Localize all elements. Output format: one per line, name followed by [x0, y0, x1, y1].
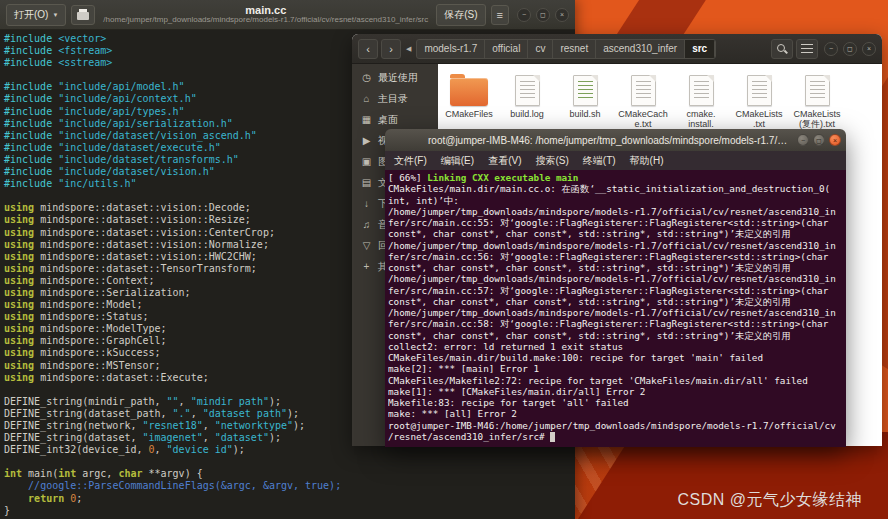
- terminal-menu-item[interactable]: 帮助(H): [630, 154, 664, 168]
- file-name-label: CMakeFiles: [445, 109, 493, 119]
- maximize-button[interactable]: ◻: [536, 8, 550, 22]
- editor-window-controls: − ◻ ×: [517, 8, 569, 22]
- sidebar-item-icon: +: [361, 261, 372, 272]
- terminal-line: fer/src/main.cc:58: 对‘google::FlagRegist…: [388, 318, 843, 329]
- forward-button[interactable]: ›: [381, 39, 401, 59]
- breadcrumb-item[interactable]: ascend310_infer: [596, 40, 685, 58]
- sidebar-item-icon: ◷: [361, 72, 372, 83]
- terminal-menu-item[interactable]: 编辑(E): [441, 154, 474, 168]
- minimize-button[interactable]: −: [517, 8, 531, 22]
- terminal-line: const*, char const*, char const*, std::s…: [388, 296, 843, 307]
- chevron-down-icon: ▼: [52, 12, 58, 18]
- terminal-line: collect2: error: ld returned 1 exit stat…: [388, 341, 843, 352]
- file-name-label: CMakeLists (复件).txt: [793, 109, 840, 129]
- terminal-line: fer/src/main.cc:57: 对‘google::FlagRegist…: [388, 285, 843, 296]
- file-item[interactable]: CMakeFiles: [440, 71, 498, 119]
- terminal-line: /resnet/ascend310_infer/src#: [388, 431, 843, 442]
- terminal-line: const*, char const*, char const*, std::s…: [388, 228, 843, 239]
- sidebar-item-icon: ♫: [361, 219, 372, 230]
- file-manager-headerbar: ‹ › ◀ models-r1.7officialcvresnetascend3…: [352, 34, 882, 64]
- file-name-label: build.sh: [569, 109, 600, 119]
- breadcrumb-item[interactable]: official: [485, 40, 528, 58]
- terminal-menu-item[interactable]: 搜索(S): [535, 154, 568, 168]
- fm-maximize-button[interactable]: ◻: [843, 42, 857, 56]
- terminal-close-button[interactable]: ×: [829, 134, 841, 146]
- sidebar-item-label: 最近使用: [378, 71, 418, 85]
- file-item[interactable]: build.sh: [556, 71, 614, 119]
- terminal-menu-item[interactable]: 文件(F): [394, 154, 427, 168]
- sidebar-item-icon: ▶: [361, 135, 372, 146]
- breadcrumb-item[interactable]: cv: [528, 40, 553, 58]
- terminal-line: const*, char const*, char const*, std::s…: [388, 330, 843, 341]
- breadcrumb-item[interactable]: models-r1.7: [417, 40, 485, 58]
- desktop: CSDN @元气少女缘结神 打开(O) ▼ main.cc /home/jump…: [0, 0, 888, 519]
- terminal-line: CMakeFiles/main.dir/main.cc.o: 在函数‘__sta…: [388, 183, 843, 194]
- file-item[interactable]: build.log: [498, 71, 556, 119]
- text-file-icon: [631, 75, 656, 106]
- terminal-line: /home/jumper/tmp_downloads/mindspore/mod…: [388, 273, 843, 284]
- shell-script-icon: [573, 75, 598, 106]
- file-name-label: build.log: [510, 109, 544, 119]
- back-button[interactable]: ‹: [358, 39, 378, 59]
- terminal-line: CMakeFiles/main.dir/build.make:100: reci…: [388, 352, 843, 363]
- hamburger-menu-button[interactable]: ≡: [491, 5, 509, 25]
- terminal-window-controls: − ◻ ×: [797, 134, 841, 146]
- open-button[interactable]: 打开(O) ▼: [6, 4, 66, 26]
- sidebar-item-icon: ⌂: [361, 93, 372, 104]
- file-item[interactable]: CMakeLists (复件).txt: [788, 71, 846, 129]
- sidebar-item[interactable]: ◷最近使用: [352, 67, 438, 88]
- sidebar-item-label: 桌面: [378, 113, 398, 127]
- terminal-titlebar[interactable]: root@jumper-IMB-M46: /home/jumper/tmp_do…: [385, 129, 846, 151]
- terminal-line: make: *** [all] Error 2: [388, 408, 843, 419]
- view-toggle-button[interactable]: [796, 39, 818, 59]
- save-button[interactable]: 保存(S): [436, 4, 485, 26]
- terminal-line: Makefile:83: recipe for target 'all' fai…: [388, 397, 843, 408]
- code-line: [4, 456, 575, 468]
- file-name-label: CMakeLists .txt: [735, 109, 782, 129]
- terminal-output[interactable]: [ 66%] Linking CXX executable mainCMakeF…: [385, 170, 846, 447]
- file-item[interactable]: CMakeCach e.txt: [614, 71, 672, 129]
- file-item[interactable]: CMakeLists .txt: [730, 71, 788, 129]
- breadcrumb: models-r1.7officialcvresnetascend310_inf…: [416, 39, 716, 59]
- csdn-watermark: CSDN @元气少女缘结神: [677, 490, 862, 511]
- terminal-line: int, int)’中:: [388, 195, 843, 206]
- terminal-line: CMakeFiles/Makefile2:72: recipe for targ…: [388, 375, 843, 386]
- text-file-icon: [747, 75, 772, 106]
- list-view-icon: [801, 44, 813, 53]
- file-manager-window-controls: − ◻ ×: [824, 42, 876, 56]
- terminal-line: [ 66%] Linking CXX executable main: [388, 172, 843, 183]
- code-line: }: [4, 505, 575, 517]
- code-line: int main(int argc, char **argv) {: [4, 468, 575, 480]
- fm-minimize-button[interactable]: −: [824, 42, 838, 56]
- document-path: /home/jumper/tmp_downloads/mindspore/mod…: [100, 16, 431, 25]
- fm-close-button[interactable]: ×: [862, 42, 876, 56]
- terminal-line: /home/jumper/tmp_downloads/mindspore/mod…: [388, 240, 843, 251]
- sidebar-item-icon: ↓: [361, 198, 372, 209]
- sidebar-item-icon: ▣: [361, 156, 372, 167]
- terminal-line: fer/src/main.cc:56: 对‘google::FlagRegist…: [388, 251, 843, 262]
- print-button[interactable]: [71, 5, 95, 25]
- sidebar-item[interactable]: ▦桌面: [352, 109, 438, 130]
- terminal-minimize-button[interactable]: −: [797, 134, 809, 146]
- terminal-line: make[2]: *** [main] Error 1: [388, 363, 843, 374]
- path-scroll-left-button[interactable]: ◀: [404, 45, 413, 53]
- folder-icon: [450, 78, 488, 106]
- terminal-line: make[1]: *** [CMakeFiles/main.dir/all] E…: [388, 386, 843, 397]
- close-button[interactable]: ×: [555, 8, 569, 22]
- hamburger-icon: ≡: [497, 9, 503, 21]
- sidebar-item[interactable]: ⌂主目录: [352, 88, 438, 109]
- breadcrumb-item[interactable]: resnet: [553, 40, 596, 58]
- breadcrumb-item[interactable]: src: [685, 40, 715, 58]
- terminal-window: root@jumper-IMB-M46: /home/jumper/tmp_do…: [385, 129, 846, 447]
- terminal-line: fer/src/main.cc:55: 对‘google::FlagRegist…: [388, 217, 843, 228]
- terminal-menu-item[interactable]: 终端(T): [583, 154, 616, 168]
- terminal-title: root@jumper-IMB-M46: /home/jumper/tmp_do…: [390, 135, 791, 146]
- sidebar-item-icon: ▤: [361, 177, 372, 188]
- sidebar-item-label: 主目录: [378, 92, 408, 106]
- search-button[interactable]: [771, 39, 793, 59]
- text-file-icon: [515, 75, 540, 106]
- terminal-menu-item[interactable]: 查看(V): [488, 154, 521, 168]
- terminal-maximize-button[interactable]: ◻: [813, 134, 825, 146]
- text-file-icon: [805, 75, 830, 106]
- sidebar-item-icon: ▽: [361, 240, 372, 251]
